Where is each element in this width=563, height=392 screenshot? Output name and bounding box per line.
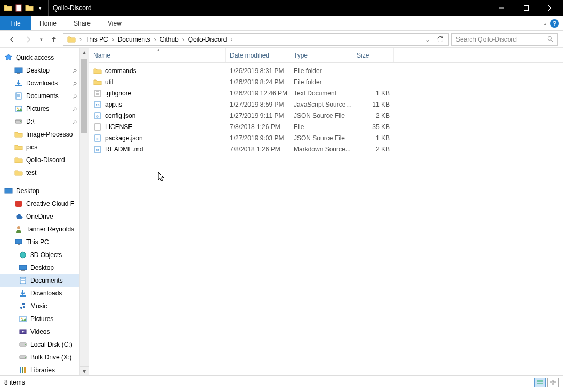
svg-point-33 (25, 344, 26, 345)
close-button[interactable] (538, 0, 563, 16)
properties-icon[interactable] (14, 3, 23, 13)
tree-item[interactable]: Tanner Reynolds (0, 223, 79, 236)
file-name: LICENSE (105, 123, 132, 131)
svg-line-6 (551, 40, 553, 42)
file-tab[interactable]: File (0, 16, 31, 30)
breadcrumb-root-icon[interactable] (65, 34, 78, 45)
col-type[interactable]: Type (289, 48, 352, 62)
svg-text:{}: {} (96, 137, 99, 140)
forward-button[interactable] (21, 33, 35, 46)
file-type: JSON Source File (289, 134, 352, 142)
help-icon[interactable]: ? (550, 19, 559, 28)
col-date[interactable]: Date modified (226, 48, 289, 62)
tree-desktop[interactable]: Desktop (0, 185, 79, 197)
file-row[interactable]: LICENSE 7/8/2018 1:26 PM File 35 KB (89, 121, 563, 132)
window-title: Qoilo-Discord (49, 4, 96, 12)
tree-item[interactable]: Bulk Drive (X:) (0, 351, 79, 364)
file-type: Markdown Source... (289, 146, 352, 153)
file-date: 1/26/2019 12:46 PM (226, 90, 289, 97)
tree-item[interactable]: Documents⚲ (0, 90, 79, 102)
details-view-button[interactable] (534, 378, 546, 387)
share-tab[interactable]: Share (65, 16, 99, 30)
file-row[interactable]: .gitignore 1/26/2019 12:46 PM Text Docum… (89, 87, 563, 99)
tree-item[interactable]: This PC (0, 236, 79, 249)
file-row[interactable]: util 1/26/2019 8:24 PM File folder (89, 76, 563, 87)
breadcrumb-item[interactable]: Documents (115, 34, 153, 45)
home-tab[interactable]: Home (31, 16, 65, 30)
icons-view-button[interactable] (547, 378, 559, 387)
tree-item[interactable]: Music (0, 300, 79, 313)
tree-item[interactable]: test (0, 166, 79, 179)
tree-item[interactable]: Downloads⚲ (0, 77, 79, 90)
scroll-up-icon[interactable]: ▴ (80, 48, 89, 57)
file-name: config.json (105, 112, 135, 119)
tree-item[interactable]: D:\⚲ (0, 115, 79, 128)
qat-chevron-icon[interactable]: ▾ (35, 3, 45, 13)
tree-item[interactable]: Qoilo-Discord (0, 154, 79, 166)
tree-item[interactable]: Videos (0, 325, 79, 338)
view-tab[interactable]: View (99, 16, 130, 30)
file-name: commands (105, 67, 136, 75)
svg-rect-37 (22, 367, 23, 373)
item-count: 8 items (4, 379, 25, 386)
file-row[interactable]: commands 1/26/2019 8:31 PM File folder (89, 65, 563, 76)
tree-item[interactable]: Image-Processo (0, 128, 79, 141)
tree-item[interactable]: Pictures⚲ (0, 102, 79, 115)
file-type: JavaScript Source ... (289, 101, 352, 108)
svg-rect-2 (524, 6, 529, 11)
file-date: 7/8/2018 1:26 PM (226, 146, 289, 153)
pin-icon: ⚲ (71, 118, 78, 125)
tree-item[interactable]: Desktop (0, 261, 79, 274)
file-type: Text Document (289, 90, 352, 97)
file-type: File folder (289, 67, 352, 75)
column-headers: Name ▴ Date modified Type Size (89, 48, 563, 63)
file-row[interactable]: JSapp.js 1/27/2019 8:59 PM JavaScript So… (89, 99, 563, 110)
file-row[interactable]: MREADME.md 7/8/2018 1:26 PM Markdown Sou… (89, 143, 563, 155)
tree-item[interactable]: Pictures (0, 313, 79, 325)
back-button[interactable] (5, 33, 19, 46)
tree-item[interactable]: Documents (0, 274, 79, 287)
svg-rect-55 (550, 380, 552, 382)
search-input[interactable] (455, 35, 547, 44)
svg-point-5 (548, 36, 551, 40)
pin-icon: ⚲ (71, 106, 78, 113)
recent-dropdown[interactable]: ▾ (37, 33, 45, 46)
file-name: util (105, 78, 113, 86)
svg-rect-24 (21, 270, 25, 271)
address-bar: ▾ › This PC› Documents› Github› Qoilo-Di… (0, 31, 563, 48)
tree-item[interactable]: Downloads (0, 287, 79, 300)
open-icon[interactable] (25, 3, 34, 13)
search-box[interactable] (451, 33, 558, 46)
breadcrumb[interactable]: › This PC› Documents› Github› Qoilo-Disc… (63, 33, 449, 46)
address-dropdown-icon[interactable]: ⌄ (422, 36, 433, 43)
svg-point-16 (20, 121, 21, 122)
svg-rect-7 (15, 68, 22, 73)
refresh-button[interactable] (433, 34, 447, 45)
tree-item[interactable]: Desktop⚲ (0, 64, 79, 77)
tree-quick-access[interactable]: Quick access (0, 51, 79, 64)
tree-item[interactable]: Creative Cloud F (0, 197, 79, 210)
maximize-button[interactable] (514, 0, 538, 16)
file-row[interactable]: {}config.json 1/27/2019 9:11 PM JSON Sou… (89, 110, 563, 121)
scroll-thumb[interactable] (81, 59, 87, 133)
file-date: 1/26/2019 8:31 PM (226, 67, 289, 75)
svg-rect-58 (553, 383, 556, 385)
file-date: 1/27/2019 8:59 PM (226, 101, 289, 108)
breadcrumb-item[interactable]: Github (157, 34, 181, 45)
tree-item[interactable]: 3D Objects (0, 249, 79, 261)
file-size: 35 KB (352, 123, 394, 131)
col-name[interactable]: Name ▴ (89, 48, 226, 62)
minimize-button[interactable] (489, 0, 514, 16)
tree-item[interactable]: Libraries (0, 364, 79, 375)
tree-scrollbar[interactable]: ▴ ▾ (80, 48, 89, 375)
file-row[interactable]: {}package.json 1/27/2019 9:03 PM JSON So… (89, 132, 563, 143)
col-size[interactable]: Size (352, 48, 394, 62)
tree-item[interactable]: OneDrive (0, 210, 79, 223)
up-button[interactable] (47, 33, 61, 46)
scroll-down-icon[interactable]: ▾ (80, 366, 89, 375)
ribbon-chevron-icon[interactable]: ⌄ (543, 20, 547, 26)
breadcrumb-item[interactable]: Qoilo-Discord (186, 34, 230, 45)
tree-item[interactable]: Local Disk (C:) (0, 338, 79, 351)
breadcrumb-item[interactable]: This PC (83, 34, 111, 45)
tree-item[interactable]: pics (0, 141, 79, 154)
